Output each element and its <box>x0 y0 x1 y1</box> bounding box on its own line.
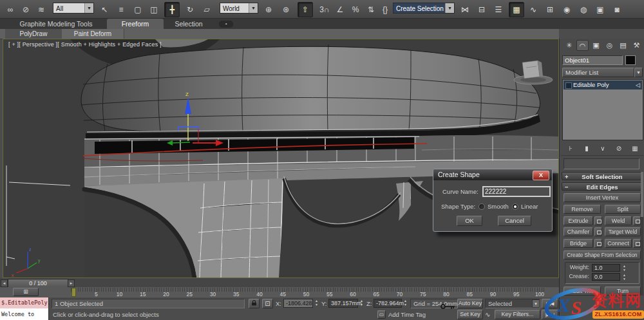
object-color-swatch[interactable] <box>625 55 636 65</box>
graphite-modeling-toggle-icon[interactable]: ▦ <box>509 2 524 17</box>
chamfer-settings-button[interactable] <box>594 227 602 236</box>
select-object-icon[interactable]: ↖ <box>97 2 112 17</box>
cancel-button[interactable]: Cancel <box>498 216 531 226</box>
hierarchy-tab-icon[interactable]: ▣ <box>590 40 602 51</box>
select-and-scale-icon[interactable]: ▱ <box>199 2 214 17</box>
dropdown-arrow-icon[interactable]: ▼ <box>249 3 258 13</box>
linear-radio[interactable] <box>512 203 518 210</box>
crease-spinner[interactable]: ▲▼ <box>621 273 627 281</box>
linear-radio-label[interactable]: Linear <box>521 203 538 210</box>
named-selection-sets-dropdown[interactable]: Create Selection Se▼ <box>393 3 455 14</box>
select-and-manipulate-icon[interactable]: ⊛ <box>278 2 294 17</box>
utilities-tab-icon[interactable]: ⚒ <box>630 40 643 51</box>
dropdown-arrow-icon[interactable]: ▼ <box>84 3 93 13</box>
connect-settings-button[interactable] <box>633 239 641 248</box>
chamfer-button[interactable]: Chamfer <box>564 227 593 236</box>
weld-button[interactable]: Weld <box>605 216 632 225</box>
selection-filter-dropdown[interactable]: All▼ <box>53 3 94 14</box>
use-pivot-point-center-icon[interactable]: ⊕ <box>261 2 276 17</box>
ribbon-options-icon[interactable]: ▪ <box>219 21 233 28</box>
modifier-list-arrow-icon[interactable]: ▼ <box>634 68 643 77</box>
x-coordinate-field[interactable]: -1806.428 <box>283 299 313 308</box>
weld-settings-button[interactable] <box>633 216 641 225</box>
select-and-move-icon[interactable]: ╋ <box>164 2 180 17</box>
x-spinner[interactable]: ▲▼ <box>314 299 319 306</box>
percent-snap-icon[interactable]: % <box>348 2 363 17</box>
tab-selection[interactable]: Selection <box>164 19 214 29</box>
weight-field[interactable]: 1.0 <box>592 264 620 272</box>
bind-to-space-warp-icon[interactable]: ≋ <box>33 2 49 17</box>
curve-name-input[interactable] <box>482 186 551 197</box>
tab-freeform[interactable]: Freeform <box>107 19 164 29</box>
material-editor-icon[interactable]: ◉ <box>559 2 574 17</box>
next-frame-icon[interactable]: ▸ <box>68 279 75 287</box>
dropdown-arrow-icon[interactable]: ▼ <box>445 3 454 13</box>
curve-editor-icon[interactable]: ∿ <box>526 2 541 17</box>
crease-field[interactable]: 0.0 <box>592 273 620 281</box>
display-tab-icon[interactable]: ▤ <box>617 40 629 51</box>
window-crossing-icon[interactable]: ◫ <box>146 2 162 17</box>
show-end-result-icon[interactable]: ▮ <box>580 143 594 154</box>
time-slider[interactable]: ◂ 0 / 100 ▸ <box>0 278 559 288</box>
split-button[interactable]: Split <box>605 205 641 214</box>
smooth-radio-label[interactable]: Smooth <box>488 203 509 210</box>
current-frame-marker[interactable] <box>71 288 76 297</box>
tab-graphite-modeling-tools[interactable]: Graphite Modeling Tools <box>5 19 107 29</box>
select-and-link-icon[interactable]: ∞ <box>3 2 18 17</box>
align-icon[interactable]: ⊟ <box>474 2 489 17</box>
pin-stack-icon[interactable]: ⊦ <box>564 143 578 154</box>
z-coordinate-field[interactable]: -782.964m <box>374 299 402 308</box>
schematic-view-icon[interactable]: ⊞ <box>542 2 558 17</box>
angle-snap-icon[interactable]: ∠ <box>332 2 348 17</box>
connect-button[interactable]: Connect <box>605 239 632 248</box>
modify-tab-icon[interactable]: ◠ <box>576 40 589 51</box>
render-setup-icon[interactable]: ◍ <box>576 2 591 17</box>
create-shape-from-selection-button[interactable]: Create Shape From Selection <box>564 250 641 259</box>
motion-tab-icon[interactable]: ◎ <box>603 40 616 51</box>
ok-button[interactable]: OK <box>457 216 482 226</box>
stack-item-editable-poly[interactable]: Editable Poly ◁ <box>564 80 642 89</box>
y-spinner[interactable]: ▲▼ <box>359 299 365 306</box>
key-mode-curve-icon[interactable]: ∿ <box>485 311 490 318</box>
track-bar[interactable]: ⊞ 05101520253035404550556065707580859095… <box>0 287 559 298</box>
vertex-mode-icon[interactable]: ◁ <box>636 80 640 89</box>
select-and-rotate-icon[interactable]: ↻ <box>182 2 198 17</box>
rectangular-selection-region-icon[interactable]: ▢ <box>130 2 146 17</box>
create-tab-icon[interactable]: ✳ <box>563 40 575 51</box>
smooth-radio[interactable] <box>478 203 485 210</box>
target-weld-button[interactable]: Target Weld <box>605 227 641 236</box>
tab-polydraw[interactable]: PolyDraw <box>5 29 62 39</box>
selection-lock-toggle[interactable] <box>249 299 260 308</box>
bridge-settings-button[interactable] <box>594 239 602 248</box>
modifier-list-dropdown[interactable]: Modifier List <box>562 68 634 77</box>
layer-manager-icon[interactable]: ☰ <box>491 2 506 17</box>
rendered-frame-window-icon[interactable]: ▣ <box>592 2 608 17</box>
bridge-button[interactable]: Bridge <box>564 239 593 248</box>
selection-set-arrow-icon[interactable]: ▼ <box>532 299 540 308</box>
select-by-name-icon[interactable]: ≡ <box>113 2 129 17</box>
render-production-icon[interactable]: ◙ <box>609 2 625 17</box>
edit-edges-rollout[interactable]: −Edit Edges <box>562 182 643 191</box>
weight-spinner[interactable]: ▲▼ <box>621 264 627 272</box>
model-body[interactable] <box>81 46 540 131</box>
time-slider-handle[interactable]: 0 / 100 <box>8 279 68 288</box>
insert-vertex-button[interactable]: Insert Vertex <box>564 193 641 202</box>
modifier-stack[interactable]: Editable Poly ◁ <box>562 79 643 140</box>
tab-paint-deform[interactable]: Paint Deform <box>62 29 124 39</box>
make-unique-icon[interactable]: ∨ <box>596 143 610 154</box>
viewport-label[interactable]: [ + ][ Perspective ][ Smooth + Highlight… <box>8 41 162 48</box>
remove-button[interactable]: Remove <box>564 205 601 214</box>
soft-selection-rollout[interactable]: +Soft Selection <box>562 172 643 180</box>
z-spinner[interactable]: ▲▼ <box>402 299 408 306</box>
maxscript-listener-line1[interactable]: $.EditablePoly. <box>0 297 49 308</box>
remove-modifier-icon[interactable]: ⊘ <box>612 143 626 154</box>
previous-frame-icon[interactable]: ◂ <box>1 279 8 287</box>
unlink-selection-icon[interactable]: ⊘ <box>18 2 33 17</box>
object-name-field[interactable]: Object01 <box>562 55 623 65</box>
extrude-settings-button[interactable] <box>594 216 602 225</box>
auto-key-button[interactable]: Auto Key <box>457 299 483 308</box>
open-mini-curve-editor-button[interactable]: ⊞ <box>13 288 39 296</box>
close-icon[interactable]: X <box>533 171 549 180</box>
maxscript-listener-line2[interactable]: Welcome to MAX! <box>0 308 49 320</box>
snaps-toggle-icon[interactable]: 3∩ <box>317 2 332 17</box>
